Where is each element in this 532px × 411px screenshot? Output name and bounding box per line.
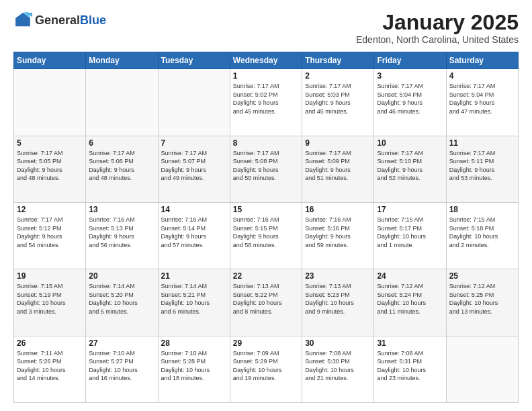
day-info: Sunrise: 7:17 AM Sunset: 5:12 PM Dayligh… [17,216,83,249]
day-number: 23 [305,271,371,281]
day-info: Sunrise: 7:17 AM Sunset: 5:08 PM Dayligh… [233,149,299,183]
calendar-day: 23Sunrise: 7:13 AM Sunset: 5:23 PM Dayli… [302,269,374,336]
calendar-day: 21Sunrise: 7:14 AM Sunset: 5:21 PM Dayli… [158,269,230,336]
page: GeneralBlue January 2025 Edenton, North … [0,0,532,411]
calendar-day: 13Sunrise: 7:16 AM Sunset: 5:13 PM Dayli… [86,202,158,269]
day-info: Sunrise: 7:17 AM Sunset: 5:03 PM Dayligh… [305,82,371,116]
logo-icon [13,11,32,30]
day-number: 24 [377,271,443,281]
day-info: Sunrise: 7:15 AM Sunset: 5:17 PM Dayligh… [377,216,443,249]
day-info: Sunrise: 7:10 AM Sunset: 5:28 PM Dayligh… [161,349,227,383]
day-info: Sunrise: 7:17 AM Sunset: 5:07 PM Dayligh… [161,149,227,183]
calendar-week-row: 1Sunrise: 7:17 AM Sunset: 5:02 PM Daylig… [14,69,519,136]
day-info: Sunrise: 7:14 AM Sunset: 5:21 PM Dayligh… [161,282,227,316]
calendar-day [158,69,230,136]
calendar-day: 14Sunrise: 7:16 AM Sunset: 5:14 PM Dayli… [158,202,230,269]
col-saturday: Saturday [446,52,518,69]
day-number: 30 [305,338,371,348]
day-number: 25 [449,271,515,281]
col-friday: Friday [374,52,446,69]
day-info: Sunrise: 7:17 AM Sunset: 5:11 PM Dayligh… [449,149,515,183]
calendar-day: 15Sunrise: 7:16 AM Sunset: 5:15 PM Dayli… [230,202,302,269]
day-number: 12 [17,205,83,214]
calendar-day: 26Sunrise: 7:11 AM Sunset: 5:26 PM Dayli… [14,336,86,402]
day-number: 7 [161,138,227,148]
day-number: 10 [377,138,443,148]
day-number: 16 [305,205,371,214]
calendar-day: 2Sunrise: 7:17 AM Sunset: 5:03 PM Daylig… [302,69,374,136]
day-info: Sunrise: 7:14 AM Sunset: 5:20 PM Dayligh… [89,282,154,316]
location: Edenton, North Carolina, United States [356,34,519,45]
calendar-day: 6Sunrise: 7:17 AM Sunset: 5:06 PM Daylig… [86,136,158,202]
calendar-day [86,69,158,136]
calendar-day: 19Sunrise: 7:15 AM Sunset: 5:19 PM Dayli… [14,269,86,336]
header: GeneralBlue January 2025 Edenton, North … [13,11,519,45]
calendar-day: 25Sunrise: 7:12 AM Sunset: 5:25 PM Dayli… [446,269,518,336]
day-number: 11 [449,138,515,148]
calendar-header-row: Sunday Monday Tuesday Wednesday Thursday… [14,52,519,69]
col-sunday: Sunday [14,52,86,69]
day-number: 29 [233,338,299,348]
calendar-day: 4Sunrise: 7:17 AM Sunset: 5:04 PM Daylig… [446,69,518,136]
calendar-day: 29Sunrise: 7:09 AM Sunset: 5:29 PM Dayli… [230,336,302,402]
day-number: 15 [233,205,299,214]
day-info: Sunrise: 7:17 AM Sunset: 5:04 PM Dayligh… [377,82,443,116]
calendar-day: 31Sunrise: 7:08 AM Sunset: 5:31 PM Dayli… [374,336,446,402]
day-number: 17 [377,205,443,214]
day-number: 2 [305,71,371,81]
day-number: 1 [233,71,299,81]
col-wednesday: Wednesday [230,52,302,69]
day-info: Sunrise: 7:17 AM Sunset: 5:05 PM Dayligh… [17,149,83,183]
day-number: 20 [89,271,154,281]
calendar-day: 7Sunrise: 7:17 AM Sunset: 5:07 PM Daylig… [158,136,230,202]
calendar-day: 12Sunrise: 7:17 AM Sunset: 5:12 PM Dayli… [14,202,86,269]
day-number: 14 [161,205,227,214]
day-number: 22 [233,271,299,281]
day-info: Sunrise: 7:16 AM Sunset: 5:13 PM Dayligh… [89,216,154,249]
logo-general: General [35,13,80,27]
calendar-day: 10Sunrise: 7:17 AM Sunset: 5:10 PM Dayli… [374,136,446,202]
day-info: Sunrise: 7:09 AM Sunset: 5:29 PM Dayligh… [233,349,299,383]
day-number: 3 [377,71,443,81]
calendar-day: 1Sunrise: 7:17 AM Sunset: 5:02 PM Daylig… [230,69,302,136]
day-number: 21 [161,271,227,281]
day-number: 6 [89,138,154,148]
logo-text: GeneralBlue [35,14,106,26]
day-info: Sunrise: 7:13 AM Sunset: 5:23 PM Dayligh… [305,282,371,316]
day-info: Sunrise: 7:12 AM Sunset: 5:24 PM Dayligh… [377,282,443,316]
calendar-day: 3Sunrise: 7:17 AM Sunset: 5:04 PM Daylig… [374,69,446,136]
day-info: Sunrise: 7:16 AM Sunset: 5:16 PM Dayligh… [305,216,371,249]
day-number: 9 [305,138,371,148]
day-info: Sunrise: 7:11 AM Sunset: 5:26 PM Dayligh… [17,349,83,383]
day-number: 26 [17,338,83,348]
calendar-day [14,69,86,136]
day-info: Sunrise: 7:17 AM Sunset: 5:06 PM Dayligh… [89,149,154,183]
day-info: Sunrise: 7:17 AM Sunset: 5:04 PM Dayligh… [449,82,515,116]
day-number: 4 [449,71,515,81]
day-info: Sunrise: 7:12 AM Sunset: 5:25 PM Dayligh… [449,282,515,316]
logo-blue: Blue [80,13,106,27]
day-info: Sunrise: 7:10 AM Sunset: 5:27 PM Dayligh… [89,349,154,383]
day-number: 31 [377,338,443,348]
day-info: Sunrise: 7:15 AM Sunset: 5:19 PM Dayligh… [17,282,83,316]
day-info: Sunrise: 7:16 AM Sunset: 5:15 PM Dayligh… [233,216,299,249]
day-info: Sunrise: 7:16 AM Sunset: 5:14 PM Dayligh… [161,216,227,249]
calendar-day: 27Sunrise: 7:10 AM Sunset: 5:27 PM Dayli… [86,336,158,402]
calendar-day: 16Sunrise: 7:16 AM Sunset: 5:16 PM Dayli… [302,202,374,269]
day-info: Sunrise: 7:08 AM Sunset: 5:30 PM Dayligh… [305,349,371,383]
calendar-day: 11Sunrise: 7:17 AM Sunset: 5:11 PM Dayli… [446,136,518,202]
calendar-day: 24Sunrise: 7:12 AM Sunset: 5:24 PM Dayli… [374,269,446,336]
day-number: 13 [89,205,154,214]
day-number: 18 [449,205,515,214]
calendar-day: 17Sunrise: 7:15 AM Sunset: 5:17 PM Dayli… [374,202,446,269]
calendar-day: 8Sunrise: 7:17 AM Sunset: 5:08 PM Daylig… [230,136,302,202]
day-number: 5 [17,138,83,148]
calendar-week-row: 12Sunrise: 7:17 AM Sunset: 5:12 PM Dayli… [14,202,519,269]
calendar-day: 20Sunrise: 7:14 AM Sunset: 5:20 PM Dayli… [86,269,158,336]
day-info: Sunrise: 7:17 AM Sunset: 5:02 PM Dayligh… [233,82,299,116]
col-monday: Monday [86,52,158,69]
day-info: Sunrise: 7:17 AM Sunset: 5:10 PM Dayligh… [377,149,443,183]
calendar-day: 18Sunrise: 7:15 AM Sunset: 5:18 PM Dayli… [446,202,518,269]
day-number: 8 [233,138,299,148]
calendar-week-row: 26Sunrise: 7:11 AM Sunset: 5:26 PM Dayli… [14,336,519,402]
